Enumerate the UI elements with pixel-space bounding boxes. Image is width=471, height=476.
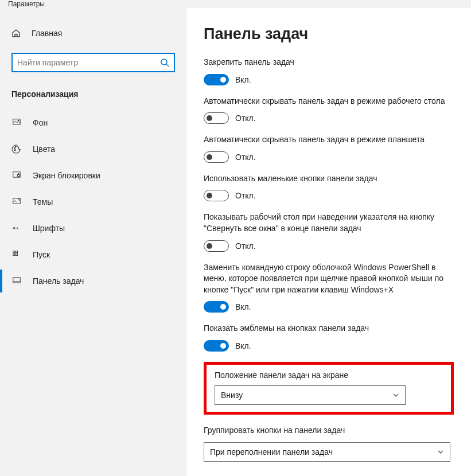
sidebar: Главная Персонализация Фон Ц xyxy=(0,8,186,476)
sidebar-item-fonts[interactable]: AA Шрифты xyxy=(0,217,186,240)
setting-peek-desktop: Показывать рабочий стол при наведении ук… xyxy=(204,212,454,251)
setting-autohide-tablet: Автоматически скрывать панель задач в ре… xyxy=(204,134,454,163)
highlighted-position-setting: Положение панели задач на экране Внизу xyxy=(204,362,454,415)
start-icon xyxy=(11,251,22,259)
search-input[interactable] xyxy=(11,53,175,72)
home-button[interactable]: Главная xyxy=(0,24,186,42)
lockscreen-icon xyxy=(11,171,22,180)
svg-rect-14 xyxy=(13,253,15,255)
sidebar-item-lockscreen[interactable]: Экран блокировки xyxy=(0,164,186,187)
sidebar-item-label: Цвета xyxy=(33,145,55,154)
setting-label: Использовать маленькие кнопки панели зад… xyxy=(204,173,454,185)
search-icon xyxy=(160,58,169,67)
setting-lock-taskbar: Закрепить панель задач Вкл. xyxy=(204,57,454,85)
setting-label: Автоматически скрывать панель задач в ре… xyxy=(204,96,454,107)
window-titlebar: Параметры xyxy=(0,0,471,8)
sidebar-item-label: Пуск xyxy=(33,250,50,259)
position-dropdown[interactable]: Внизу xyxy=(215,385,406,405)
sidebar-item-colors[interactable]: Цвета xyxy=(0,138,186,161)
setting-label: Показать эмблемы на кнопках панели задач xyxy=(204,323,454,334)
svg-point-6 xyxy=(14,150,15,151)
sidebar-item-label: Шрифты xyxy=(33,224,65,233)
svg-point-3 xyxy=(18,120,19,121)
setting-label: Показывать рабочий стол при наведении ук… xyxy=(204,212,454,234)
toggle-small-buttons[interactable] xyxy=(204,190,229,201)
setting-small-buttons: Использовать маленькие кнопки панели зад… xyxy=(204,173,454,202)
search-wrap xyxy=(11,53,175,72)
setting-grouping: Группировать кнопки на панели задач При … xyxy=(204,425,454,462)
palette-icon xyxy=(11,145,22,154)
toggle-state: Вкл. xyxy=(235,75,251,84)
setting-label: Заменить командную строку оболочкой Wind… xyxy=(204,262,454,296)
setting-label: Автоматически скрывать панель задач в ре… xyxy=(204,134,454,146)
chevron-down-icon xyxy=(392,392,399,399)
sidebar-item-start[interactable]: Пуск xyxy=(0,243,186,266)
svg-point-4 xyxy=(14,147,15,149)
category-title: Персонализация xyxy=(0,85,186,104)
toggle-lock-taskbar[interactable] xyxy=(204,74,229,85)
page-title: Панель задач xyxy=(204,25,454,43)
sidebar-item-label: Фон xyxy=(33,118,48,127)
window-title: Параметры xyxy=(8,0,45,8)
sidebar-item-label: Темы xyxy=(33,197,53,206)
image-icon xyxy=(11,119,22,127)
svg-text:A: A xyxy=(16,227,18,230)
setting-badges: Показать эмблемы на кнопках панели задач… xyxy=(204,323,454,352)
svg-rect-8 xyxy=(18,174,20,176)
svg-text:A: A xyxy=(13,225,16,231)
sidebar-item-taskbar[interactable]: Панель задач xyxy=(0,270,186,292)
themes-icon xyxy=(11,198,22,206)
toggle-state: Откл. xyxy=(235,241,256,251)
toggle-powershell[interactable] xyxy=(204,301,229,313)
svg-point-5 xyxy=(15,146,16,147)
svg-rect-15 xyxy=(15,253,17,255)
toggle-badges[interactable] xyxy=(204,340,229,352)
setting-label: Закрепить панель задач xyxy=(204,57,454,68)
setting-label: Группировать кнопки на панели задач xyxy=(204,425,454,436)
search-field[interactable] xyxy=(17,58,160,67)
toggle-state: Откл. xyxy=(235,114,256,123)
toggle-state: Вкл. xyxy=(235,302,251,311)
toggle-state: Откл. xyxy=(235,191,256,200)
chevron-down-icon xyxy=(437,448,444,455)
setting-powershell: Заменить командную строку оболочкой Wind… xyxy=(204,262,454,313)
home-icon xyxy=(11,29,21,38)
sidebar-item-background[interactable]: Фон xyxy=(0,111,186,134)
grouping-dropdown[interactable]: При переполнении панели задач xyxy=(204,442,450,462)
svg-line-1 xyxy=(166,64,169,67)
main: Панель задач Закрепить панель задач Вкл.… xyxy=(186,8,471,476)
taskbar-icon xyxy=(11,277,22,285)
setting-label: Положение панели задач на экране xyxy=(215,370,443,380)
toggle-state: Откл. xyxy=(235,153,256,162)
toggle-peek-desktop[interactable] xyxy=(204,240,229,252)
toggle-autohide-tablet[interactable] xyxy=(204,151,229,163)
toggle-autohide-desktop[interactable] xyxy=(204,112,229,124)
dropdown-value: При переполнении панели задач xyxy=(210,447,333,457)
svg-rect-12 xyxy=(13,251,15,253)
fonts-icon: AA xyxy=(11,224,22,232)
svg-rect-16 xyxy=(13,278,20,283)
svg-rect-13 xyxy=(15,251,17,253)
sidebar-item-label: Экран блокировки xyxy=(33,171,100,180)
home-label: Главная xyxy=(32,29,62,38)
toggle-state: Вкл. xyxy=(235,341,251,350)
setting-autohide-desktop: Автоматически скрывать панель задач в ре… xyxy=(204,96,454,124)
sidebar-item-themes[interactable]: Темы xyxy=(0,190,186,213)
svg-point-0 xyxy=(161,59,167,65)
content: Главная Персонализация Фон Ц xyxy=(0,8,471,476)
dropdown-value: Внизу xyxy=(221,391,243,400)
sidebar-item-label: Панель задач xyxy=(33,276,84,286)
